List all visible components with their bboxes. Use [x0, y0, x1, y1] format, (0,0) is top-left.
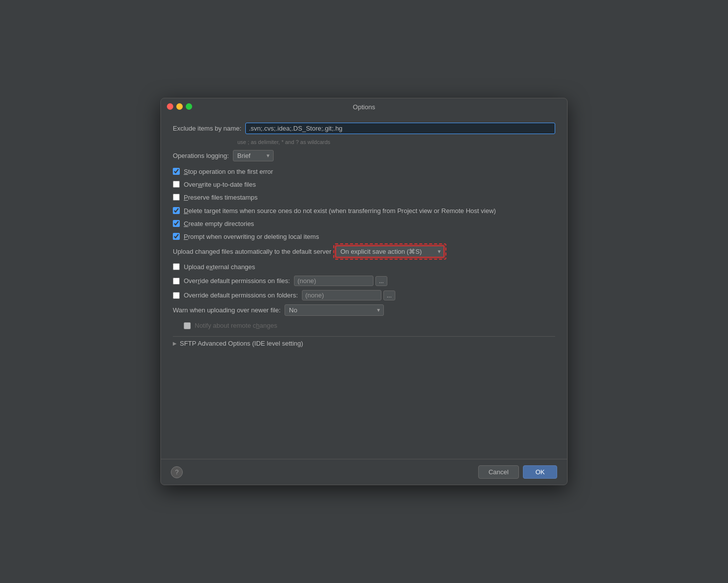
operations-logging-label: Operations logging:	[173, 152, 229, 159]
override-folders-label: Override default permissions on folders:	[184, 292, 298, 299]
exclude-input[interactable]	[245, 123, 555, 134]
warn-newer-select-wrapper: No Yes Ask ▼	[285, 304, 384, 316]
sftp-row: ▶ SFTP Advanced Options (IDE level setti…	[173, 336, 555, 347]
ok-button[interactable]: OK	[523, 465, 557, 479]
operations-logging-row: Operations logging: Brief Verbose None ▼	[173, 150, 555, 161]
override-files-row: Override default permissions on files: .…	[173, 276, 555, 286]
stop-on-error-row: Stop operation on the first error	[173, 167, 555, 176]
create-empty-dirs-checkbox[interactable]	[173, 220, 180, 227]
prompt-overwriting-checkbox[interactable]	[173, 233, 180, 240]
upload-auto-select-wrapper: On explicit save action (⌘S) Always Neve…	[335, 245, 444, 258]
dialog-footer: ? Cancel OK	[161, 459, 567, 485]
operations-logging-select-wrapper: Brief Verbose None ▼	[233, 150, 274, 161]
footer-buttons: Cancel OK	[478, 465, 557, 479]
override-files-input[interactable]	[294, 276, 373, 286]
override-folders-input[interactable]	[302, 290, 381, 300]
preserve-timestamps-label: Preserve files timestamps	[184, 193, 258, 202]
notify-changes-row: Notify about remote changes	[184, 322, 555, 329]
window-controls	[167, 103, 192, 110]
warn-newer-row: Warn when uploading over newer file: No …	[173, 304, 555, 316]
create-empty-dirs-label: Create empty directories	[184, 219, 254, 228]
options-dialog: Options Exclude items by name: use ; as …	[160, 98, 568, 485]
upload-auto-label: Upload changed files automatically to th…	[173, 248, 331, 255]
close-button[interactable]	[167, 103, 173, 110]
upload-external-row: Upload external changes	[173, 263, 555, 272]
overwrite-uptodate-checkbox[interactable]	[173, 181, 180, 188]
overwrite-uptodate-row: Overwrite up-to-date files	[173, 180, 555, 189]
override-files-checkbox-wrapper: Override default permissions on files:	[173, 277, 290, 285]
upload-auto-row: Upload changed files automatically to th…	[173, 245, 555, 258]
stop-on-error-checkbox[interactable]	[173, 168, 180, 175]
prompt-overwriting-label: Prompt when overwriting or deleting loca…	[184, 232, 319, 241]
notify-changes-label: Notify about remote changes	[195, 322, 277, 329]
warn-newer-select[interactable]: No Yes Ask	[285, 304, 384, 316]
override-folders-checkbox-wrapper: Override default permissions on folders:	[173, 292, 298, 299]
override-folders-ellipsis-button[interactable]: ...	[383, 291, 395, 300]
help-button[interactable]: ?	[171, 466, 183, 478]
title-bar: Options	[161, 98, 567, 115]
stop-on-error-label: Stop operation on the first error	[184, 167, 273, 176]
preserve-timestamps-checkbox[interactable]	[173, 194, 180, 201]
prompt-overwriting-row: Prompt when overwriting or deleting loca…	[173, 232, 555, 241]
preserve-timestamps-row: Preserve files timestamps	[173, 193, 555, 202]
override-files-label: Override default permissions on files:	[184, 277, 290, 285]
operations-logging-select[interactable]: Brief Verbose None	[233, 150, 274, 161]
override-files-checkbox[interactable]	[173, 278, 180, 285]
delete-target-row: Delete target items when source ones do …	[173, 207, 555, 216]
sftp-triangle-icon: ▶	[173, 341, 177, 346]
dialog-content: Exclude items by name: use ; as delimite…	[161, 115, 567, 459]
create-empty-dirs-row: Create empty directories	[173, 219, 555, 228]
sftp-label: SFTP Advanced Options (IDE level setting…	[180, 340, 303, 347]
exclude-hint: use ; as delimiter, * and ? as wildcards	[237, 139, 555, 145]
dialog-title: Options	[353, 103, 375, 111]
warn-newer-label: Warn when uploading over newer file:	[173, 306, 281, 314]
maximize-button[interactable]	[186, 103, 192, 110]
delete-target-label: Delete target items when source ones do …	[184, 207, 496, 216]
upload-auto-select[interactable]: On explicit save action (⌘S) Always Neve…	[335, 245, 444, 258]
upload-external-checkbox[interactable]	[173, 263, 180, 270]
delete-target-checkbox[interactable]	[173, 207, 180, 214]
override-files-ellipsis-button[interactable]: ...	[375, 276, 387, 286]
exclude-row: Exclude items by name:	[173, 123, 555, 134]
overwrite-uptodate-label: Overwrite up-to-date files	[184, 180, 256, 189]
exclude-label: Exclude items by name:	[173, 125, 241, 132]
upload-external-label: Upload external changes	[184, 263, 255, 272]
cancel-button[interactable]: Cancel	[478, 465, 519, 479]
minimize-button[interactable]	[176, 103, 183, 110]
notify-changes-checkbox[interactable]	[184, 322, 191, 329]
override-folders-checkbox[interactable]	[173, 292, 180, 299]
override-folders-row: Override default permissions on folders:…	[173, 290, 555, 300]
